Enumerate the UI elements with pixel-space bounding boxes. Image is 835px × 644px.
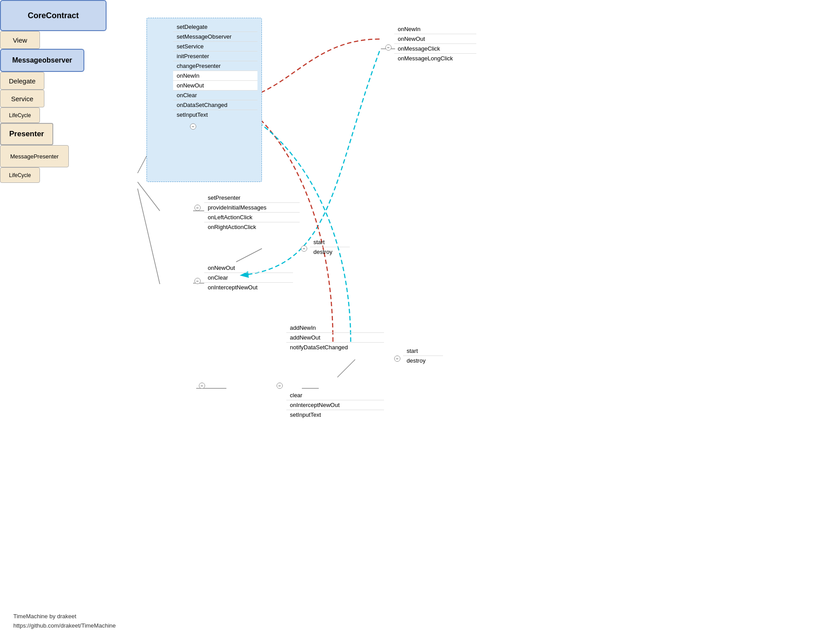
mo-method-onNewIn: onNewIn	[394, 24, 476, 34]
lc1-method-destroy: destroy	[310, 247, 350, 257]
mp-method-clear: clear	[286, 391, 384, 400]
lc2-method-destroy: destroy	[403, 356, 443, 365]
lc1-method-start: start	[310, 237, 350, 247]
messageobserver-box: Messageobserver	[0, 49, 84, 72]
svg-line-10	[337, 360, 355, 377]
view-method-setMessageObserver: setMessageObserver	[173, 32, 257, 42]
core-contract-label: CoreContract	[28, 11, 79, 20]
lifecycle1-box: LifeCycle	[0, 107, 40, 123]
mp-method-notifyDataSetChanged: notifyDataSetChanged	[286, 343, 384, 352]
messagepresenter-circle: −	[277, 383, 283, 389]
mo-method-onMessageLongClick: onMessageLongClick	[394, 54, 476, 63]
messageobserver-circle: −	[385, 44, 392, 51]
core-contract-box: CoreContract	[0, 0, 107, 31]
service-label: Service	[11, 95, 33, 103]
view-method-onNewIn: onNewIn	[173, 71, 257, 81]
mp-extra-method-list: clear onInterceptNewOut setInputText	[286, 391, 384, 419]
delegate-label: Delegate	[9, 77, 36, 85]
mp-method-setInputText: setInputText	[286, 410, 384, 419]
view-circle-connector: −	[190, 123, 196, 130]
mo-method-onNewOut: onNewOut	[394, 34, 476, 44]
presenter-circle: −	[199, 383, 205, 389]
view-label: View	[13, 36, 27, 44]
svc-method-onClear: onClear	[204, 273, 293, 283]
service-method-list: onNewOut onClear onInterceptNewOut	[204, 263, 293, 292]
view-method-setDelegate: setDelegate	[173, 22, 257, 32]
svc-method-onInterceptNewOut: onInterceptNewOut	[204, 283, 293, 292]
delegate-box: Delegate	[0, 72, 44, 90]
lifecycle2-method-list: start destroy	[403, 346, 443, 365]
view-method-changePresenter: changePresenter	[173, 61, 257, 71]
mp-method-onInterceptNewOut: onInterceptNewOut	[286, 400, 384, 410]
view-box: View	[0, 31, 40, 49]
delegate-circle: −	[194, 205, 201, 211]
view-method-initPresenter: initPresenter	[173, 51, 257, 61]
del-method-setPresenter: setPresenter	[204, 193, 300, 203]
service-circle: −	[194, 278, 201, 284]
lifecycle2-label: LifeCycle	[9, 172, 31, 178]
mp-method-addNewIn: addNewIn	[286, 323, 384, 333]
footer: TimeMachine by drakeet https://github.co…	[13, 612, 116, 631]
lifecycle1-label: LifeCycle	[9, 112, 31, 119]
lc2-method-start: start	[403, 346, 443, 356]
view-method-onClear: onClear	[173, 91, 257, 100]
svg-line-7	[236, 249, 262, 262]
view-method-setService: setService	[173, 42, 257, 51]
footer-line1: TimeMachine by drakeet	[13, 612, 116, 621]
presenter-method-list: addNewIn addNewOut notifyDataSetChanged	[286, 323, 384, 352]
mp-method-addNewOut: addNewOut	[286, 333, 384, 343]
lifecycle1-circle: −	[301, 245, 307, 252]
footer-line2: https://github.com/drakeet/TimeMachine	[13, 621, 116, 631]
del-method-onLeftActionClick: onLeftActionClick	[204, 213, 300, 222]
mo-method-onMessageClick: onMessageClick	[394, 44, 476, 54]
svc-method-onNewOut: onNewOut	[204, 263, 293, 273]
messageobserver-label: Messageobserver	[12, 56, 72, 64]
del-method-onRightActionClick: onRightActionClick	[204, 222, 300, 232]
presenter-label: Presenter	[9, 130, 44, 138]
messagepresenter-label: MessagePresenter	[10, 153, 59, 160]
view-method-onDataSetChanged: onDataSetChanged	[173, 100, 257, 110]
lifecycle2-box: LifeCycle	[0, 167, 40, 183]
view-method-onNewOut: onNewOut	[173, 81, 257, 91]
presenter-box: Presenter	[0, 123, 53, 145]
messageobserver-method-list: onNewIn onNewOut onMessageClick onMessag…	[394, 24, 476, 63]
svg-line-2	[138, 189, 160, 284]
view-method-list: setDelegate setMessageObserver setServic…	[173, 22, 257, 119]
lifecycle2-circle: −	[394, 356, 400, 362]
delegate-method-list: setPresenter provideInitialMessages onLe…	[204, 193, 300, 232]
view-method-setInputText: setInputText	[173, 110, 257, 119]
messagepresenter-box: MessagePresenter	[0, 145, 69, 167]
service-box: Service	[0, 90, 44, 107]
svg-line-1	[138, 182, 160, 211]
lifecycle1-method-list: start destroy	[310, 237, 350, 257]
del-method-provideInitialMessages: provideInitialMessages	[204, 203, 300, 213]
